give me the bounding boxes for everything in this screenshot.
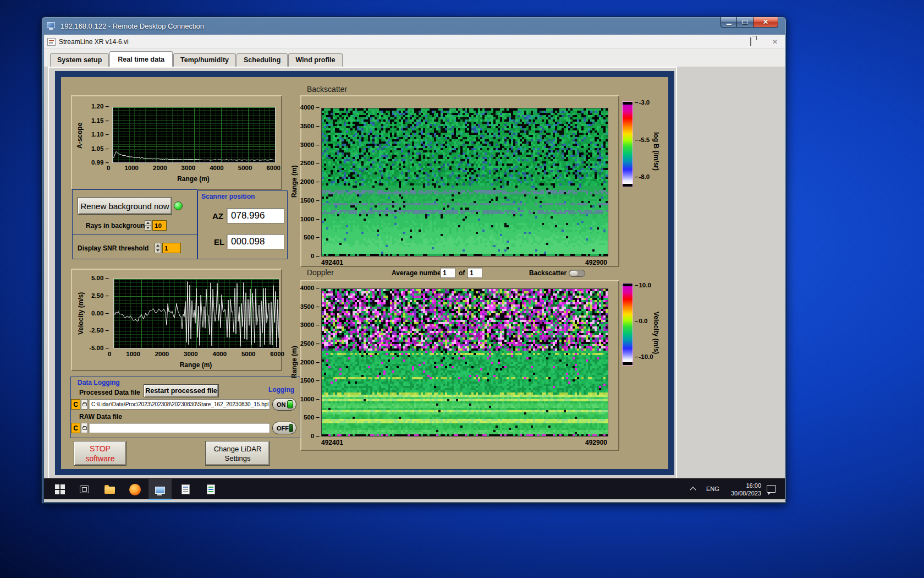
processed-path-input[interactable]: C:\Lidar\Data\Proc\2023\202308\20230830\… [89,399,270,410]
x-tick-label: 3000 [182,165,196,171]
app-close-button[interactable]: ✕ [769,38,780,46]
clock-date: 30/08/2023 [725,489,761,497]
minimize-icon [727,24,732,25]
backscatter-toggle-label: Backscatter [529,269,566,277]
file-explorer-button[interactable] [98,479,121,500]
colorbar-gradient [623,286,632,362]
doppler-y-axis-label: Range (m) [290,329,298,396]
y-tick-label: 500 [304,414,320,421]
tab-temp-humidity[interactable]: Temp/humidity [173,53,236,67]
y-tick-label: -5.00 [89,345,109,351]
action-center-icon[interactable] [767,485,776,493]
language-indicator[interactable]: ENG [706,486,719,492]
y-tick-label: 0.00 [91,310,109,317]
velocity-y-ticks: 5.002.500.00-2.50-5.00 [85,275,109,351]
log-viewer-button[interactable] [199,479,222,500]
doppler-x-end: 492900 [552,439,607,446]
change-line2: Settings [225,454,251,463]
task-view-button[interactable] [73,479,96,500]
average-number-input[interactable]: 1 [440,268,455,278]
raw-path-input[interactable] [89,423,270,433]
backscatter-x-start: 492401 [321,259,343,266]
raw-drive-box[interactable]: C [71,423,80,433]
rdp-window: 192.168.0.122 - Remote Desktop Connectio… [41,17,787,504]
x-tick-label: 2000 [153,165,167,171]
clock[interactable]: 16:00 30/08/2023 [725,482,761,497]
snr-spinner[interactable] [155,243,161,253]
taskbar: ENG 16:00 30/08/2023 [44,478,785,499]
change-line1: Change LiDAR [214,444,262,454]
raw-logging-toggle[interactable]: OFF [272,422,296,434]
chevron-up-icon[interactable] [690,487,696,493]
a-scope-x-ticks: 0100020003000400050006000 [107,165,280,171]
decrement-icon [156,249,160,252]
y-tick-label: 3000 [300,141,320,148]
a-scope-y-ticks: 1.201.151.101.050.99 [86,103,109,166]
maximize-button[interactable] [737,17,753,28]
tab-scheduling[interactable]: Scheduling [237,53,288,67]
restore-icon [750,37,751,46]
stop-line2: software [86,454,115,464]
x-tick-label: 5000 [241,351,256,357]
processed-logging-toggle[interactable]: ON [272,398,296,411]
y-tick-label: 1.15 [91,117,109,124]
y-tick-label: 4000 [300,104,320,111]
change-lidar-settings-button[interactable]: Change LiDAR Settings [205,441,270,466]
tab-real-time-data[interactable]: Real time data [109,51,173,67]
vi-document-icon [47,38,56,46]
restart-processed-file-button[interactable]: Restart processed file [144,384,219,397]
processed-browse-button[interactable] [81,399,88,410]
y-tick-label: 4000 [300,285,320,291]
backscatter-display-toggle[interactable] [569,270,585,277]
raw-browse-button[interactable] [81,423,88,433]
rays-spinner[interactable] [145,220,151,231]
app-restore-button[interactable] [745,38,756,46]
y-tick-label: 1000 [300,396,320,402]
stop-software-button[interactable]: STOP software [74,441,127,466]
y-tick-label: 5.00 [91,275,109,281]
el-label: EL [214,237,224,247]
firefox-button[interactable] [123,479,146,500]
remote-session-area: StreamLine XR v14-6.vi ✕ System setup Re… [44,35,785,502]
data-logging-label: Data Logging [78,379,120,386]
az-value-field[interactable]: 078.996 [227,208,284,223]
renew-background-button[interactable]: Renew background now [78,197,172,215]
firefox-icon [129,484,141,495]
app-titlebar[interactable]: StreamLine XR v14-6.vi [44,35,785,49]
streamline-app-button[interactable] [148,479,172,500]
rays-in-background-label: Rays in background [86,222,149,230]
backscatter-title: Backscatter [307,85,347,94]
doppler-colorbar-label: Velocity (m/s) [652,301,660,365]
snr-value-field[interactable]: 1 [162,243,181,253]
velocity-x-axis-label: Range (m) [113,361,278,369]
y-tick-label: 3000 [300,321,320,328]
el-value-field[interactable]: 000.098 [227,234,284,249]
rdp-caption-buttons: ✕ [721,17,778,28]
average-number-label: Average number [392,269,443,277]
app-title: StreamLine XR v14-6.vi [59,38,129,46]
minimize-button[interactable] [721,17,737,28]
close-button[interactable]: ✕ [753,17,778,28]
increment-icon [146,222,150,224]
tab-system-setup[interactable]: System setup [50,53,109,67]
tab-wind-profile[interactable]: Wind profile [288,53,342,67]
velocity-x-ticks: 0100020003000400050006000 [108,351,284,357]
processed-drive-box[interactable]: C [71,399,80,410]
document-icon [182,484,190,494]
y-tick-label: 2000 [300,359,320,366]
folder-icon [82,403,87,406]
increment-icon [156,244,160,247]
rdp-titlebar[interactable]: 192.168.0.122 - Remote Desktop Connectio… [42,17,786,35]
document-lines-icon [207,484,215,494]
desktop: 192.168.0.122 - Remote Desktop Connectio… [0,0,924,578]
y-tick-label: 3500 [300,303,320,310]
y-tick-label: 3500 [300,123,320,129]
rays-value-field[interactable]: 10 [152,220,167,231]
backscatter-y-axis-label: Range (m) [290,148,298,215]
a-scope-y-axis-label: A-scope [76,111,84,160]
scan-scheduler-button[interactable] [174,479,197,500]
stop-line1: STOP [90,444,111,454]
start-button[interactable] [48,479,72,500]
average-total-input[interactable]: 1 [467,268,482,278]
y-tick-label: 1.20 [91,103,109,110]
